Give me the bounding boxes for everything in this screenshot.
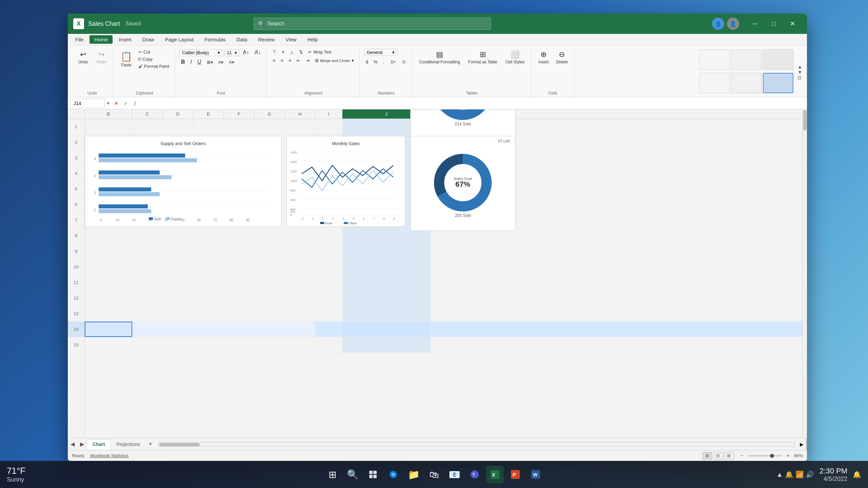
number-format-dropdown[interactable]: General ▾	[364, 49, 398, 56]
cell-J13[interactable]	[342, 306, 431, 321]
decimal-inc-button[interactable]: .0+	[388, 59, 398, 65]
cell-B13[interactable]	[85, 306, 132, 321]
text-direction-button[interactable]: ⇅	[297, 49, 305, 55]
menu-help[interactable]: Help	[303, 35, 323, 44]
taskbar-store[interactable]: 🛍	[425, 466, 443, 483]
style-scroll-up[interactable]: ▲	[797, 64, 802, 69]
font-size-dropdown[interactable]: 11 ▾	[224, 49, 239, 56]
cell-K13[interactable]	[431, 306, 458, 321]
cell-B10[interactable]	[85, 259, 132, 274]
cell-I13[interactable]	[315, 306, 342, 321]
menu-page-layout[interactable]: Page Layout	[160, 35, 198, 44]
cell-K12[interactable]	[431, 290, 458, 306]
cell-K10[interactable]	[431, 259, 458, 274]
menu-home[interactable]: Home	[90, 35, 113, 44]
align-right-button[interactable]: ≡	[287, 57, 294, 64]
taskbar-windows-button[interactable]: ⊞	[323, 466, 341, 483]
cell-J12[interactable]	[342, 290, 431, 306]
italic-button[interactable]: I	[189, 58, 194, 66]
cell-G1[interactable]	[254, 119, 285, 134]
align-top-button[interactable]: ⊤	[271, 49, 278, 55]
table-style-6[interactable]	[763, 73, 793, 93]
workbook-stats[interactable]: Workbook Statistics	[90, 453, 129, 458]
cell-chart1-12[interactable]	[132, 290, 315, 306]
cell-I12[interactable]	[315, 290, 342, 306]
cell-B9[interactable]	[85, 244, 132, 259]
cell-J11[interactable]	[342, 275, 431, 290]
cell-K9[interactable]	[431, 244, 458, 259]
cell-chart1-8[interactable]	[132, 228, 315, 243]
col-header-G[interactable]: G	[254, 109, 285, 119]
style-open-more[interactable]: ⊡	[797, 75, 802, 80]
cell-styles-button[interactable]: ⬜ Cell Styles	[502, 49, 527, 66]
merge-center-button[interactable]: ⊞ Merge and Center ▾	[313, 57, 356, 64]
align-left-button[interactable]: ≡	[271, 57, 277, 64]
align-middle-button[interactable]: ≡	[280, 49, 287, 55]
cell-K11[interactable]	[431, 275, 458, 290]
paste-button[interactable]: 📋 Paste	[118, 49, 135, 69]
formula-input[interactable]	[142, 99, 804, 108]
bold-button[interactable]: B	[179, 58, 187, 66]
font-name-dropdown[interactable]: Calibri (Body) ▾	[179, 49, 223, 56]
font-color-button[interactable]: A▾	[227, 59, 236, 65]
cell-C1[interactable]	[132, 119, 163, 134]
cell-I15[interactable]	[315, 337, 342, 352]
format-paint-button[interactable]: 🖌 Format Paint	[136, 63, 171, 69]
cut-button[interactable]: ✂ Cut	[136, 49, 171, 55]
taskbar-search-button[interactable]: 🔍	[344, 466, 361, 483]
table-style-2[interactable]	[731, 49, 762, 70]
taskbar-powerpoint[interactable]: P	[507, 466, 524, 483]
menu-review[interactable]: Review	[253, 35, 279, 44]
delete-button[interactable]: ⊖ Delete	[553, 49, 571, 66]
cell-chart1-11[interactable]	[132, 275, 315, 290]
align-center-button[interactable]: ≡	[279, 57, 285, 64]
copy-button[interactable]: ⎘ Copy	[136, 56, 171, 62]
sheet-tab-chart[interactable]: Chart	[87, 439, 111, 449]
scroll-right-arrow[interactable]: ▶	[797, 440, 806, 448]
wrap-text-button[interactable]: ↵ Wrap Text	[306, 49, 334, 55]
cell-H1[interactable]	[285, 119, 315, 134]
normal-view-button[interactable]: ⊞	[703, 452, 712, 460]
cell-B15[interactable]	[85, 337, 132, 352]
cell-I10[interactable]	[315, 259, 342, 274]
cell-I14[interactable]	[315, 322, 342, 337]
table-style-1[interactable]	[699, 49, 730, 70]
horizontal-scrollbar[interactable]	[158, 442, 795, 447]
menu-view[interactable]: View	[281, 35, 301, 44]
tab-nav-next[interactable]: ▶	[77, 440, 87, 449]
cell-chart1-15[interactable]	[132, 337, 315, 352]
user-avatar[interactable]: 👤	[712, 18, 724, 30]
add-sheet-button[interactable]: +	[146, 440, 155, 449]
cell-D1[interactable]	[163, 119, 193, 134]
col-header-B[interactable]: B	[85, 109, 132, 119]
taskbar-clock[interactable]: 2:30 PM 4/5/2022	[820, 467, 847, 483]
cell-I9[interactable]	[315, 244, 342, 259]
table-style-5[interactable]	[731, 73, 762, 93]
underline-button[interactable]: U	[195, 58, 203, 66]
cell-I11[interactable]	[315, 275, 342, 290]
cell-I8[interactable]	[315, 228, 342, 243]
menu-data[interactable]: Data	[232, 35, 252, 44]
cell-K14[interactable]	[431, 322, 458, 337]
menu-insert[interactable]: Insert	[114, 35, 136, 44]
cell-F1[interactable]	[224, 119, 254, 134]
cell-chart1-10[interactable]	[132, 259, 315, 274]
undo-button[interactable]: ↩ Undo	[75, 49, 92, 66]
col-header-I[interactable]: I	[315, 109, 342, 119]
donut-chart-1[interactable]: 86 Left Sales Goal 71%	[410, 109, 515, 139]
font-grow-button[interactable]: A↑	[241, 49, 251, 56]
col-header-F[interactable]: F	[224, 109, 254, 119]
menu-file[interactable]: File	[71, 35, 88, 44]
cell-B8[interactable]	[85, 228, 132, 243]
h-scroll-thumb[interactable]	[159, 443, 200, 446]
col-header-E[interactable]: E	[193, 109, 224, 119]
close-button[interactable]: ✕	[784, 17, 802, 30]
decimal-dec-button[interactable]: .0-	[399, 59, 409, 65]
redo-button[interactable]: ↪ Redo	[93, 49, 110, 66]
zoom-slider[interactable]	[748, 455, 782, 456]
percent-button[interactable]: %	[372, 59, 380, 65]
taskbar-file-explorer[interactable]: 📁	[405, 466, 422, 483]
confirm-formula-button[interactable]: ✓	[122, 99, 130, 107]
taskbar-excel[interactable]: X	[486, 466, 504, 483]
currency-button[interactable]: $	[364, 59, 370, 65]
